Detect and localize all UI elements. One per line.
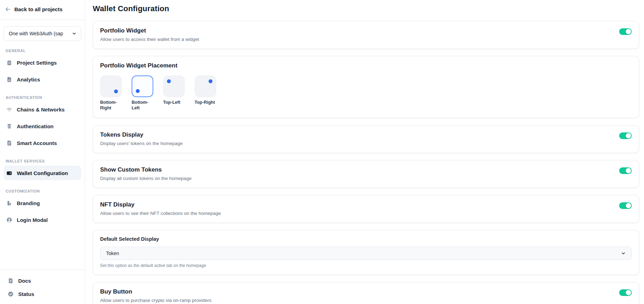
placement-dot [136, 89, 140, 93]
card-description: Allow users to purchase crypto via on-ra… [100, 298, 211, 303]
sidebar-item-authentication[interactable]: Authentication [4, 119, 81, 133]
sidebar-item-label: Docs [18, 278, 31, 284]
sidebar-item-docs[interactable]: Docs [5, 274, 80, 287]
placement-option-bottom-left[interactable]: Bottom-Left [132, 75, 155, 111]
placement-dot [167, 79, 171, 83]
chevron-down-icon [72, 31, 77, 36]
placement-preview [195, 75, 216, 97]
placement-preview [163, 75, 185, 97]
check-circle-icon [8, 291, 14, 297]
placement-preview [132, 75, 153, 97]
placement-option-bottom-right[interactable]: Bottom-Right [100, 75, 123, 111]
card-title: Tokens Display [100, 131, 183, 138]
placement-dot [209, 79, 212, 83]
sidebar-item-status[interactable]: Status [5, 287, 80, 301]
arrow-left-icon [5, 6, 11, 12]
card-title: Portfolio Widget [100, 27, 199, 34]
section-label-customization: CUSTOMIZATION [6, 189, 81, 193]
app-window: Back to all projects One with Web3Auth (… [0, 0, 644, 304]
placement-dot [114, 89, 118, 93]
placement-option-label: Bottom-Right [100, 100, 123, 111]
card-portfolio-widget-placement: Portfolio Widget Placement Bottom-Right … [93, 56, 639, 118]
project-selector-value: One with Web3Auth (sap [9, 31, 63, 36]
buy-button-toggle[interactable] [619, 289, 632, 296]
placement-option-top-left[interactable]: Top-Left [163, 75, 186, 111]
card-description: Allow users to access their wallet from … [100, 37, 199, 42]
portfolio-widget-toggle[interactable] [619, 28, 632, 35]
sidebar-footer: Docs Status [0, 269, 85, 304]
sidebar-item-login-modal[interactable]: Login Modal [4, 212, 81, 227]
sidebar-item-wallet-configuration[interactable]: Wallet Configuration [4, 166, 81, 180]
section-label-authentication: AUTHENTICATION [6, 95, 81, 100]
nft-display-toggle[interactable] [619, 202, 632, 209]
section-label-general: GENERAL [6, 49, 81, 53]
sidebar-item-label: Login Modal [17, 217, 48, 223]
card-title: Show Custom Tokens [100, 166, 191, 173]
user-circle-icon [6, 217, 12, 223]
sidebar-item-label: Chains & Networks [17, 107, 65, 113]
clipboard-icon [6, 60, 12, 66]
wifi-icon [6, 107, 12, 113]
paintbrush-icon [6, 200, 12, 206]
project-selector[interactable]: One with Web3Auth (sap [4, 26, 81, 41]
chevron-down-icon [621, 251, 626, 256]
card-default-selected-display: Default Selected Display Token Set this … [93, 230, 639, 275]
card-show-custom-tokens: Show Custom Tokens Display all custom to… [93, 160, 639, 188]
sidebar-item-chains-networks[interactable]: Chains & Networks [4, 102, 81, 117]
back-to-projects-link[interactable]: Back to all projects [4, 6, 81, 13]
card-description: Display users' tokens on the homepage [100, 141, 183, 146]
card-buy-button: Buy Button Allow users to purchase crypt… [93, 282, 639, 304]
placement-option-label: Top-Left [163, 100, 186, 105]
wallet-icon [6, 170, 12, 176]
select-helper-text: Set this option as the default active ta… [100, 263, 632, 268]
card-description: Display all custom tokens on the homepag… [100, 176, 191, 181]
section-label-wallet-services: WALLET SERVICES [6, 159, 81, 163]
sidebar-item-analytics[interactable]: Analytics [4, 72, 81, 87]
placement-preview [100, 75, 122, 97]
sidebar-item-project-settings[interactable]: Project Settings [4, 55, 81, 70]
card-nft-display: NFT Display Allow users to see their NFT… [93, 195, 639, 223]
card-title: NFT Display [100, 201, 221, 208]
sidebar-item-label: Authentication [17, 123, 54, 129]
document-icon [6, 140, 12, 146]
default-display-select-value: Token [106, 251, 119, 256]
sidebar-item-label: Smart Accounts [17, 140, 57, 146]
show-custom-tokens-toggle[interactable] [619, 167, 632, 174]
main-content: Wallet Configuration Portfolio Widget Al… [85, 0, 644, 304]
tokens-display-toggle[interactable] [619, 132, 632, 139]
select-label: Default Selected Display [100, 236, 632, 242]
card-title: Portfolio Widget Placement [100, 62, 632, 69]
card-description: Allow users to see their NFT collections… [100, 211, 221, 216]
card-tokens-display: Tokens Display Display users' tokens on … [93, 125, 639, 153]
placement-options: Bottom-Right Bottom-Left Top-Left Top-Ri… [100, 75, 632, 111]
default-display-select[interactable]: Token [100, 247, 632, 260]
document-icon [8, 278, 14, 284]
sidebar-item-branding[interactable]: Branding [4, 196, 81, 210]
sidebar: Back to all projects One with Web3Auth (… [0, 0, 85, 304]
sidebar-divider [0, 20, 85, 20]
sidebar-item-label: Status [18, 291, 34, 297]
page-title: Wallet Configuration [93, 4, 639, 13]
sidebar-item-label: Branding [17, 200, 40, 206]
sidebar-item-label: Analytics [17, 77, 40, 82]
placement-option-top-right[interactable]: Top-Right [195, 75, 218, 111]
card-title: Buy Button [100, 288, 211, 295]
sidebar-item-label: Wallet Configuration [17, 170, 68, 176]
card-portfolio-widget: Portfolio Widget Allow users to access t… [93, 21, 639, 49]
placement-option-label: Bottom-Left [132, 100, 155, 111]
sidebar-item-smart-accounts[interactable]: Smart Accounts [4, 136, 81, 150]
document-chart-icon [6, 77, 12, 82]
sidebar-item-label: Project Settings [17, 60, 57, 66]
back-label: Back to all projects [14, 6, 63, 12]
database-icon [6, 123, 12, 129]
placement-option-label: Top-Right [195, 100, 218, 105]
